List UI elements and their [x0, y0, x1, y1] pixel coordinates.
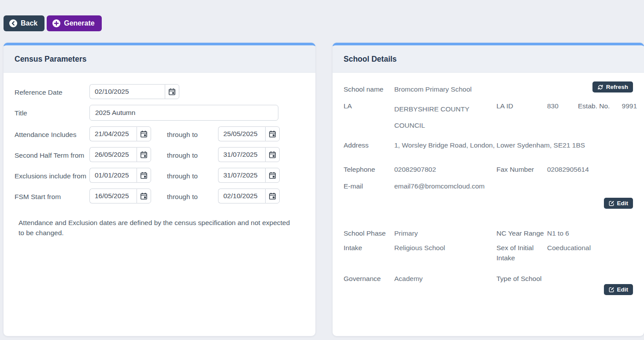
reference-date-group — [89, 84, 179, 99]
second-half-from-calendar-button[interactable] — [137, 147, 151, 162]
edit-icon — [609, 287, 614, 292]
back-button-label: Back — [21, 19, 37, 27]
calendar-icon — [140, 192, 148, 200]
second-half-to-input[interactable] — [218, 147, 265, 162]
second-half-from-group — [89, 147, 151, 162]
exclusions-to-group — [218, 168, 280, 183]
attendance-from-calendar-button[interactable] — [137, 126, 151, 141]
edit-contact-button[interactable]: Edit — [604, 198, 633, 209]
details-edit-row: Edit — [344, 284, 633, 295]
generate-button-label: Generate — [64, 19, 94, 27]
title-label: Title — [15, 105, 89, 118]
contact-edit-row: Edit — [344, 198, 633, 209]
school-name-row: School name Bromcom Primary School R — [344, 84, 637, 94]
generate-button[interactable]: Generate — [47, 15, 101, 31]
attendance-to-calendar-button[interactable] — [265, 126, 280, 141]
school-panel-body: School name Bromcom Primary School R — [333, 73, 644, 336]
attendance-to-group — [218, 126, 280, 141]
la-value: DERBYSHIRE COUNTY COUNCIL — [394, 101, 496, 133]
sex-of-initial-intake-label: Sex of Initial Intake — [496, 243, 547, 263]
reference-date-input[interactable] — [89, 84, 165, 99]
governance-label: Governance — [344, 273, 394, 284]
refresh-icon — [597, 84, 603, 90]
through-to-label: through to — [167, 147, 218, 161]
exclusions-to-calendar-button[interactable] — [265, 168, 280, 183]
type-of-school-label: Type of School — [496, 273, 547, 284]
exclusions-label: Exclusions include from — [15, 168, 89, 181]
address-row: Address 1, Worsley Bridge Road, London, … — [344, 140, 637, 150]
school-phase-row: School Phase Primary NC Year Range N1 to… — [344, 228, 637, 238]
governance-row: Governance Academy Type of School — [344, 273, 637, 284]
fsm-start-row: FSM Start from through to — [15, 188, 308, 203]
calendar-icon — [168, 88, 176, 96]
content-panels: Census Parameters Reference Date — [4, 43, 644, 336]
telephone-row: Telephone 02082907802 Fax Number 0208290… — [344, 164, 637, 174]
intake-value: Religious School — [394, 243, 496, 253]
census-panel-title: Census Parameters — [4, 45, 315, 73]
census-parameters-panel: Census Parameters Reference Date — [4, 43, 315, 336]
attendance-includes-label: Attendance Includes — [15, 126, 89, 140]
la-id-label: LA ID — [496, 101, 547, 111]
intake-row: Intake Religious School Sex of Initial I… — [344, 243, 637, 263]
edit-contact-button-label: Edit — [617, 200, 629, 207]
la-label: LA — [344, 101, 394, 111]
school-phase-label: School Phase — [344, 228, 394, 238]
address-label: Address — [344, 140, 394, 150]
calendar-icon — [140, 151, 148, 159]
sex-of-initial-intake-value: Coeducational — [547, 243, 637, 253]
second-half-to-group — [218, 147, 280, 162]
telephone-label: Telephone — [344, 164, 394, 174]
through-to-label: through to — [167, 168, 218, 181]
exclusions-from-input[interactable] — [89, 168, 137, 183]
fsm-to-calendar-button[interactable] — [265, 188, 280, 203]
governance-value: Academy — [394, 273, 496, 284]
school-panel-title: School Details — [333, 45, 644, 73]
reference-date-calendar-button[interactable] — [165, 84, 179, 99]
fax-number-label: Fax Number — [496, 164, 547, 174]
school-phase-value: Primary — [394, 228, 496, 238]
calendar-icon — [269, 151, 276, 159]
attendance-from-group — [89, 126, 151, 141]
title-row: Title — [15, 105, 308, 121]
address-value: 1, Worsley Bridge Road, London, Lower Sy… — [394, 140, 637, 150]
title-input[interactable] — [89, 105, 278, 121]
la-id-value: 830 — [547, 101, 578, 111]
second-half-from-input[interactable] — [89, 147, 137, 162]
fax-number-value: 02082905614 — [547, 164, 637, 174]
through-to-label: through to — [167, 126, 218, 140]
la-row: LA DERBYSHIRE COUNTY COUNCIL LA ID 830 E… — [344, 101, 637, 133]
fsm-from-input[interactable] — [89, 188, 137, 203]
email-value: email76@bromcomcloud.com — [394, 181, 637, 191]
estab-no-label: Estab. No. — [578, 101, 620, 111]
through-to-label: through to — [167, 188, 218, 202]
census-panel-body: Reference Date Title — [4, 73, 315, 336]
exclusions-row: Exclusions include from through to — [15, 168, 308, 183]
exclusions-to-input[interactable] — [218, 168, 265, 183]
calendar-icon — [269, 172, 276, 179]
second-half-to-calendar-button[interactable] — [265, 147, 280, 162]
calendar-icon — [140, 172, 148, 179]
attendance-to-input[interactable] — [218, 126, 265, 141]
exclusions-from-calendar-button[interactable] — [137, 168, 151, 183]
exclusions-from-group — [89, 168, 151, 183]
chevron-left-circle-icon — [9, 19, 17, 27]
email-row: E-mail email76@bromcomcloud.com — [344, 181, 637, 191]
edit-details-button[interactable]: Edit — [604, 284, 633, 295]
back-button[interactable]: Back — [4, 15, 44, 31]
school-name-label: School name — [344, 84, 394, 94]
calendar-icon — [269, 130, 276, 138]
fsm-from-group — [89, 188, 151, 203]
edit-details-button-label: Edit — [617, 286, 629, 293]
toolbar: Back Generate — [4, 15, 644, 31]
nc-year-range-value: N1 to 6 — [547, 228, 637, 238]
refresh-button[interactable]: Refresh — [592, 81, 633, 92]
calendar-icon — [269, 192, 276, 200]
refresh-button-label: Refresh — [606, 84, 628, 90]
fsm-to-input[interactable] — [218, 188, 265, 203]
second-half-term-label: Second Half Term from — [15, 147, 89, 160]
fsm-from-calendar-button[interactable] — [137, 188, 151, 203]
reference-date-label: Reference Date — [15, 84, 89, 97]
second-half-term-row: Second Half Term from through to — [15, 147, 308, 162]
intake-label: Intake — [344, 243, 394, 253]
attendance-from-input[interactable] — [89, 126, 137, 141]
